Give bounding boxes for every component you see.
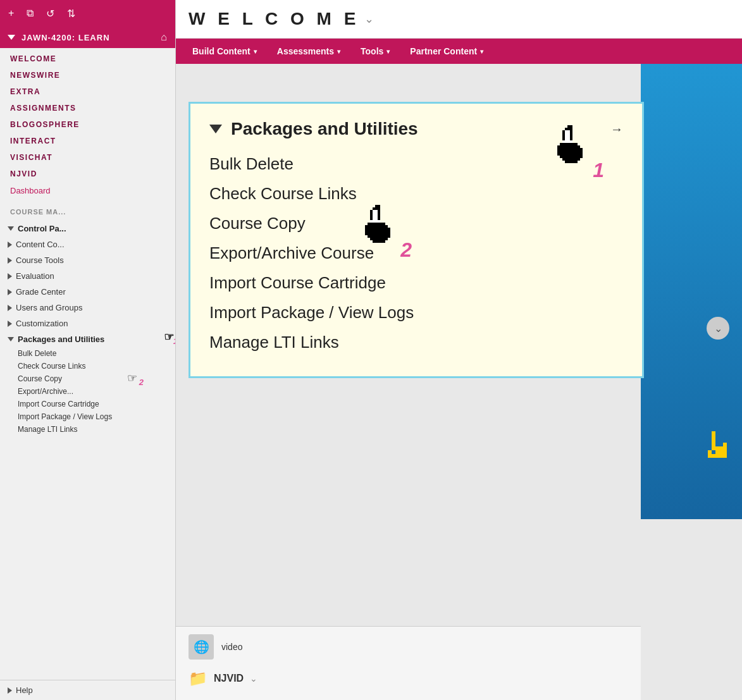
main-area: W E L C O M E ⌄ Build Content ▾ Assessme… [176,0,742,700]
popup-header: Packages and Utilities → [209,119,623,139]
bottom-section: 🌐 video 📁 NJVID ⌄ [176,626,641,700]
svg-rect-16 [719,454,723,458]
sidebar-item-packages-utilities[interactable]: Packages and Utilities ☞ 1 [0,331,175,347]
video-label: video [221,642,242,652]
sidebar-subitem-course-copy[interactable]: Course Copy [0,372,175,385]
main-header: W E L C O M E ⌄ [176,0,742,39]
sidebar-item-content-collection[interactable]: Content Co... [0,236,175,252]
welcome-chevron-icon[interactable]: ⌄ [364,12,374,26]
popup-item-bulk-delete[interactable]: Bulk Delete [209,149,623,179]
sidebar-item-njvid[interactable]: NJVID [0,166,175,182]
pixel-cursor-icon [705,431,737,466]
course-title: JAWN-4200: LEARN [22,33,110,42]
popup-item-course-copy[interactable]: Course Copy [209,209,623,238]
course-title-bar[interactable]: JAWN-4200: LEARN ⌂ [0,27,175,48]
svg-rect-17 [723,454,727,458]
njvid-chevron-icon[interactable]: ⌄ [250,673,257,684]
popup-arrow-icon[interactable]: → [610,122,623,137]
popup-collapse-icon[interactable] [209,125,222,133]
svg-rect-7 [715,450,719,454]
svg-rect-0 [712,431,715,435]
popup-title: Packages and Utilities [231,119,610,139]
sidebar-item-help[interactable]: Help [0,680,175,700]
toolbar-partner-content[interactable]: Partner Content ▾ [400,39,493,64]
sidebar-item-welcome[interactable]: WELCOME [0,51,175,67]
toolbar-tools[interactable]: Tools ▾ [350,39,400,64]
evaluation-label: Evaluation [16,271,54,281]
content-collection-label: Content Co... [16,240,65,249]
sidebar-item-customization[interactable]: Customization [0,316,175,331]
expand-icon [8,226,14,231]
assessments-label: Assessments [277,46,334,56]
add-button[interactable]: + [5,6,17,20]
sidebar-item-blogosphere[interactable]: BLOGOSPHERE [0,116,175,133]
sidebar-item-users-groups[interactable]: Users and Groups [0,300,175,316]
svg-rect-11 [723,450,727,454]
sidebar-subitem-export-archive[interactable]: Export/Archive... [0,385,175,398]
course-expand-icon [8,35,15,40]
svg-rect-2 [712,439,715,443]
sidebar-item-visichat[interactable]: VISICHAT [0,149,175,166]
reorder-button[interactable]: ⇅ [64,6,78,21]
sidebar-item-control-panel[interactable]: Control Pa... [0,221,175,236]
sidebar-subitem-import-cartridge[interactable]: Import Course Cartridge [0,398,175,410]
sidebar-subitem-import-package[interactable]: Import Package / View Logs [0,410,175,423]
sidebar-item-course-tools[interactable]: Course Tools [0,252,175,268]
page-title: W E L C O M E [189,9,359,29]
svg-rect-25 [560,143,578,145]
svg-rect-5 [715,446,719,450]
build-content-label: Build Content [192,46,250,56]
side-chevron-icon[interactable]: ⌄ [707,317,729,340]
sidebar-item-assignments[interactable]: ASSIGNMENTS [0,100,175,116]
svg-rect-14 [712,454,715,458]
sidebar-item-evaluation[interactable]: Evaluation [0,268,175,284]
sidebar-subitem-bulk-delete[interactable]: Bulk Delete [0,347,175,360]
partner-content-chevron: ▾ [480,48,483,55]
sidebar-subitem-check-links[interactable]: Check Course Links [0,360,175,372]
video-icon: 🌐 [189,634,214,660]
help-label: Help [16,685,33,695]
svg-rect-9 [723,443,727,446]
arrow-icon [8,687,12,694]
svg-rect-34 [562,140,572,143]
sidebar-item-dashboard[interactable]: Dashboard [0,182,175,199]
partner-content-label: Partner Content [410,46,477,56]
svg-rect-3 [712,443,715,446]
control-panel-label: Control Pa... [18,224,66,233]
svg-rect-26 [557,145,580,148]
popup-menu: Packages and Utilities → [189,102,644,378]
arrow-icon [8,273,12,279]
sidebar-nav: WELCOME NEWSWIRE EXTRA ASSIGNMENTS BLOGO… [0,48,175,202]
right-side-panel: ⌄ [641,64,742,519]
sidebar-toolbar: + ⧉ ↺ ⇅ [0,0,175,27]
tools-chevron: ▾ [386,48,390,55]
home-icon[interactable]: ⌂ [161,32,168,43]
popup-item-manage-lti[interactable]: Manage LTI Links [209,328,623,357]
svg-rect-4 [712,446,715,450]
popup-item-import-package[interactable]: Import Package / View Logs [209,298,623,328]
sidebar-item-newswire[interactable]: NEWSWIRE [0,67,175,83]
njvid-label: NJVID [214,673,244,684]
popup-item-import-cartridge[interactable]: Import Course Cartridge [209,268,623,298]
toolbar-assessments[interactable]: Assessments ▾ [267,39,350,64]
sidebar-item-extra[interactable]: EXTRA [0,83,175,100]
pixel-cursor-area [705,431,737,469]
toolbar-build-content[interactable]: Build Content ▾ [182,39,267,64]
main-toolbar: Build Content ▾ Assessments ▾ Tools ▾ Pa… [176,39,742,64]
copy-button[interactable]: ⧉ [23,6,37,20]
sidebar-subitem-manage-lti[interactable]: Manage LTI Links [0,423,175,436]
popup-item-check-links[interactable]: Check Course Links [209,179,623,209]
svg-rect-13 [708,454,712,458]
arrow-icon [8,289,12,295]
svg-rect-6 [719,446,723,450]
refresh-button[interactable]: ↺ [43,6,58,21]
popup-item-export-archive[interactable]: Export/Archive Course [209,238,623,268]
main-body: ⌄ [176,64,742,700]
sidebar-item-grade-center[interactable]: Grade Center [0,284,175,300]
svg-rect-12 [708,450,712,454]
control-section: Control Pa... Content Co... Course Tools… [0,218,175,438]
popup-course-copy-row: Course Copy [209,209,623,238]
sidebar-item-interact[interactable]: INTERACT [0,133,175,149]
sidebar: + ⧉ ↺ ⇅ JAWN-4200: LEARN ⌂ WELCOME NEWSW… [0,0,176,700]
svg-rect-10 [723,446,727,450]
